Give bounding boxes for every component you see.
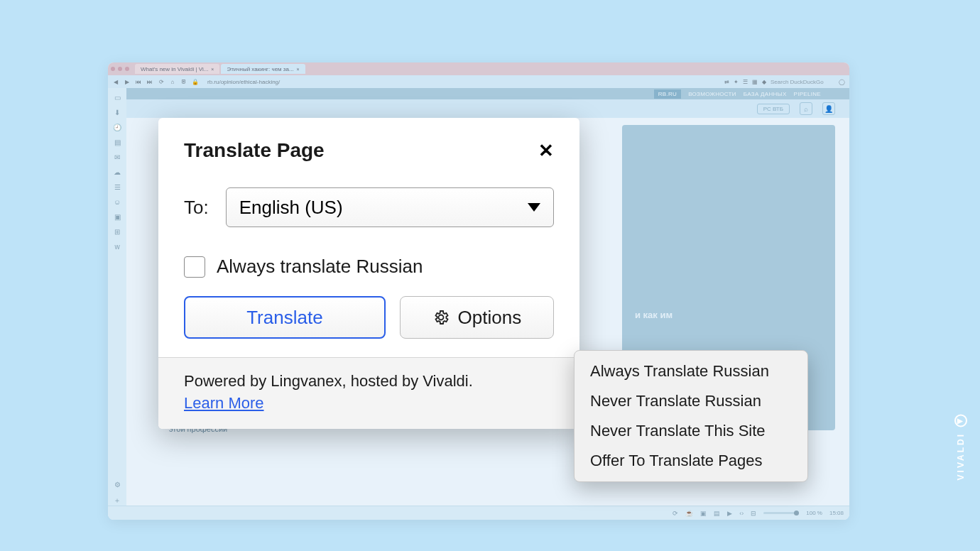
dialog-title: Translate Page [184,139,325,162]
maximize-window-dot[interactable] [125,67,129,71]
tab-2[interactable]: Этичный хакинг: чем за... × [221,64,305,74]
options-button-label: Options [458,307,522,329]
footer-text: Powered by Lingvanex, hosted by Vivaldi. [184,372,473,390]
calendar-panel-icon[interactable]: ☰ [114,183,121,191]
minimize-window-dot[interactable] [118,67,122,71]
search-icon[interactable]: ⌕ [800,102,812,115]
tab-label: Этичный хакинг: чем за... [227,66,293,72]
sidebar-card-headline: и как им [635,310,822,320]
menu-item-never-translate-lang[interactable]: Never Translate Russian [575,386,807,416]
vivaldi-logo-icon: ▶ [954,414,967,427]
learn-more-link[interactable]: Learn More [184,394,264,412]
notes-panel-icon[interactable]: ▤ [114,138,121,146]
bookmark-icon[interactable]: ☰ [743,79,748,85]
side-panel: ▭ ⬇ 🕘 ▤ ✉ ☁ ☰ ☺ ▣ ⊞ w ⚙ ＋ [108,88,126,506]
language-select[interactable]: English (US) [226,187,554,227]
tasks-panel-icon[interactable]: ▣ [114,213,121,221]
feeds-panel-icon[interactable]: ☁ [114,168,121,176]
close-icon[interactable]: × [297,67,300,72]
always-translate-label: Always translate Russian [217,256,423,278]
tab-bar: What's new in Vivaldi | Vi... × Этичный … [108,62,849,75]
brand-text: VIVALDI [956,432,966,480]
page-actions-icon[interactable]: ‹› [739,510,744,517]
site-nav-secondary: РС ВТБ ⌕ 👤 [126,99,849,118]
chevron-down-icon [528,203,540,212]
settings-panel-icon[interactable]: ⚙ [114,481,121,489]
window-controls[interactable] [111,67,129,71]
translate-panel-icon[interactable]: ⊞ [114,228,120,236]
site-nav-item[interactable]: PIPELINE [794,91,821,97]
zoom-reset-icon[interactable]: ⊟ [751,510,756,517]
close-window-dot[interactable] [111,67,115,71]
close-icon[interactable]: ✕ [538,141,554,160]
user-icon[interactable]: 👤 [822,102,835,115]
window-panel-icon[interactable]: w [114,243,119,251]
fast-forward-icon[interactable]: ⏭ [146,79,153,85]
shield-icon[interactable]: ⛨ [180,79,187,85]
add-panel-icon[interactable]: ＋ [114,496,121,506]
images-toggle-icon[interactable]: ▶ [727,510,732,517]
site-nav-item[interactable]: ВОЗМОЖНОСТИ [688,91,736,97]
zoom-value: 100 % [806,510,822,516]
tab-1[interactable]: What's new in Vivaldi | Vi... × [135,64,219,74]
translate-dialog: Translate Page ✕ To: English (US) Always… [158,118,579,429]
capture-icon[interactable]: ▣ [700,510,707,517]
break-icon[interactable]: ☕ [685,510,693,517]
forward-icon[interactable]: ▶ [124,79,131,85]
translate-icon[interactable]: ⇄ [724,79,729,85]
address-bar: ◀ ▶ ⏮ ⏭ ⟳ ⌂ ⛨ 🔒 rb.ru/opinion/ethical-ha… [108,75,849,88]
bookmarks-panel-icon[interactable]: ▭ [114,94,121,102]
history-panel-icon[interactable]: 🕘 [113,124,121,131]
to-label: To: [184,197,209,219]
language-select-value: English (US) [239,197,343,219]
promo-pill[interactable]: РС ВТБ [757,104,790,114]
close-icon[interactable]: × [211,67,214,72]
translate-button-label: Translate [246,307,322,329]
vivaldi-brand: VIVALDI ▶ [954,414,967,480]
options-button[interactable]: Options [400,296,554,339]
status-bar: ⟳ ☕ ▣ ▤ ▶ ‹› ⊟ 100 % 15:08 [108,506,849,520]
gear-icon [432,309,450,326]
back-icon[interactable]: ◀ [112,79,119,85]
translate-button[interactable]: Translate [184,296,386,339]
tiling-icon[interactable]: ▤ [714,510,720,517]
search-engine-icon[interactable]: ◆ [762,79,766,85]
downloads-panel-icon[interactable]: ⬇ [114,109,120,116]
lock-icon: 🔒 [192,79,199,85]
mail-panel-icon[interactable]: ✉ [114,153,120,161]
always-translate-checkbox[interactable] [184,256,205,278]
home-icon[interactable]: ⌂ [169,79,176,85]
site-nav-primary: RB.RU ВОЗМОЖНОСТИ БАЗА ДАННЫХ PIPELINE [126,88,849,99]
site-nav-item[interactable]: БАЗА ДАННЫХ [744,91,787,97]
dialog-footer: Powered by Lingvanex, hosted by Vivaldi.… [158,357,579,429]
profile-avatar[interactable]: ◯ [839,79,845,85]
sync-icon[interactable]: ⟳ [673,510,678,517]
reload-icon[interactable]: ⟳ [158,79,165,85]
search-field[interactable]: Search DuckDuckGo [771,79,834,85]
reader-icon[interactable]: ✦ [734,79,739,85]
zoom-slider[interactable] [763,512,799,514]
tab-label: What's new in Vivaldi | Vi... [141,66,208,72]
qr-icon[interactable]: ▦ [752,79,758,85]
rewind-icon[interactable]: ⏮ [135,79,142,85]
menu-item-never-translate-site[interactable]: Never Translate This Site [575,416,807,446]
url-field[interactable]: rb.ru/opinion/ethical-hacking/ [203,79,284,85]
clock: 15:08 [829,510,844,516]
menu-item-offer-translate[interactable]: Offer To Translate Pages [575,446,807,476]
contacts-panel-icon[interactable]: ☺ [114,198,121,206]
menu-item-always-translate[interactable]: Always Translate Russian [575,356,807,386]
options-context-menu: Always Translate Russian Never Translate… [574,350,808,482]
site-nav-item[interactable]: RB.RU [654,89,681,99]
